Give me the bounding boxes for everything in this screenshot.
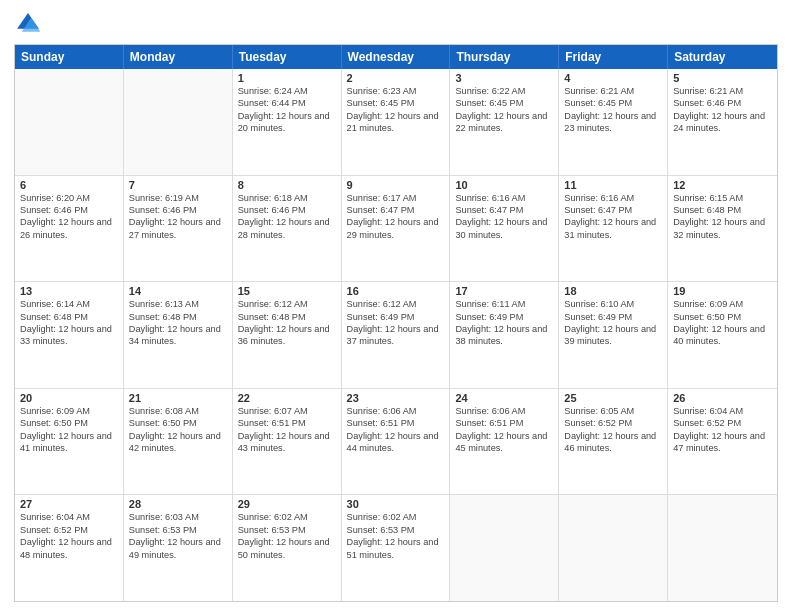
week-row-2: 6Sunrise: 6:20 AMSunset: 6:46 PMDaylight… [15, 175, 777, 282]
day-number: 11 [564, 179, 662, 191]
day-number: 22 [238, 392, 336, 404]
day-cell: 23Sunrise: 6:06 AMSunset: 6:51 PMDayligh… [342, 389, 451, 495]
day-cell: 27Sunrise: 6:04 AMSunset: 6:52 PMDayligh… [15, 495, 124, 601]
day-number: 26 [673, 392, 772, 404]
day-info: Sunrise: 6:06 AMSunset: 6:51 PMDaylight:… [455, 405, 553, 455]
day-info: Sunrise: 6:02 AMSunset: 6:53 PMDaylight:… [238, 511, 336, 561]
week-row-5: 27Sunrise: 6:04 AMSunset: 6:52 PMDayligh… [15, 494, 777, 601]
day-number: 5 [673, 72, 772, 84]
day-info: Sunrise: 6:21 AMSunset: 6:45 PMDaylight:… [564, 85, 662, 135]
week-row-4: 20Sunrise: 6:09 AMSunset: 6:50 PMDayligh… [15, 388, 777, 495]
day-cell: 2Sunrise: 6:23 AMSunset: 6:45 PMDaylight… [342, 69, 451, 175]
logo-icon [14, 10, 42, 38]
day-number: 2 [347, 72, 445, 84]
day-cell [668, 495, 777, 601]
day-cell: 16Sunrise: 6:12 AMSunset: 6:49 PMDayligh… [342, 282, 451, 388]
day-info: Sunrise: 6:06 AMSunset: 6:51 PMDaylight:… [347, 405, 445, 455]
day-info: Sunrise: 6:23 AMSunset: 6:45 PMDaylight:… [347, 85, 445, 135]
day-number: 9 [347, 179, 445, 191]
day-info: Sunrise: 6:05 AMSunset: 6:52 PMDaylight:… [564, 405, 662, 455]
day-header-wednesday: Wednesday [342, 45, 451, 69]
day-headers: SundayMondayTuesdayWednesdayThursdayFrid… [15, 45, 777, 69]
day-number: 19 [673, 285, 772, 297]
page-container: SundayMondayTuesdayWednesdayThursdayFrid… [0, 0, 792, 612]
day-header-sunday: Sunday [15, 45, 124, 69]
day-number: 12 [673, 179, 772, 191]
calendar: SundayMondayTuesdayWednesdayThursdayFrid… [14, 44, 778, 602]
day-header-monday: Monday [124, 45, 233, 69]
day-number: 1 [238, 72, 336, 84]
day-info: Sunrise: 6:18 AMSunset: 6:46 PMDaylight:… [238, 192, 336, 242]
day-cell: 10Sunrise: 6:16 AMSunset: 6:47 PMDayligh… [450, 176, 559, 282]
day-cell [559, 495, 668, 601]
day-number: 3 [455, 72, 553, 84]
day-info: Sunrise: 6:10 AMSunset: 6:49 PMDaylight:… [564, 298, 662, 348]
day-header-saturday: Saturday [668, 45, 777, 69]
day-info: Sunrise: 6:03 AMSunset: 6:53 PMDaylight:… [129, 511, 227, 561]
day-info: Sunrise: 6:20 AMSunset: 6:46 PMDaylight:… [20, 192, 118, 242]
day-number: 16 [347, 285, 445, 297]
day-cell: 11Sunrise: 6:16 AMSunset: 6:47 PMDayligh… [559, 176, 668, 282]
day-info: Sunrise: 6:13 AMSunset: 6:48 PMDaylight:… [129, 298, 227, 348]
day-cell: 12Sunrise: 6:15 AMSunset: 6:48 PMDayligh… [668, 176, 777, 282]
day-info: Sunrise: 6:16 AMSunset: 6:47 PMDaylight:… [455, 192, 553, 242]
day-info: Sunrise: 6:14 AMSunset: 6:48 PMDaylight:… [20, 298, 118, 348]
day-header-tuesday: Tuesday [233, 45, 342, 69]
day-number: 24 [455, 392, 553, 404]
day-number: 13 [20, 285, 118, 297]
day-number: 27 [20, 498, 118, 510]
day-cell: 9Sunrise: 6:17 AMSunset: 6:47 PMDaylight… [342, 176, 451, 282]
week-row-3: 13Sunrise: 6:14 AMSunset: 6:48 PMDayligh… [15, 281, 777, 388]
day-info: Sunrise: 6:21 AMSunset: 6:46 PMDaylight:… [673, 85, 772, 135]
day-header-friday: Friday [559, 45, 668, 69]
day-info: Sunrise: 6:19 AMSunset: 6:46 PMDaylight:… [129, 192, 227, 242]
day-info: Sunrise: 6:09 AMSunset: 6:50 PMDaylight:… [20, 405, 118, 455]
day-cell: 25Sunrise: 6:05 AMSunset: 6:52 PMDayligh… [559, 389, 668, 495]
day-number: 4 [564, 72, 662, 84]
day-info: Sunrise: 6:08 AMSunset: 6:50 PMDaylight:… [129, 405, 227, 455]
day-cell: 24Sunrise: 6:06 AMSunset: 6:51 PMDayligh… [450, 389, 559, 495]
day-header-thursday: Thursday [450, 45, 559, 69]
day-info: Sunrise: 6:16 AMSunset: 6:47 PMDaylight:… [564, 192, 662, 242]
day-number: 29 [238, 498, 336, 510]
day-number: 30 [347, 498, 445, 510]
day-cell: 3Sunrise: 6:22 AMSunset: 6:45 PMDaylight… [450, 69, 559, 175]
day-cell: 19Sunrise: 6:09 AMSunset: 6:50 PMDayligh… [668, 282, 777, 388]
day-cell: 21Sunrise: 6:08 AMSunset: 6:50 PMDayligh… [124, 389, 233, 495]
day-number: 28 [129, 498, 227, 510]
day-number: 18 [564, 285, 662, 297]
day-cell: 20Sunrise: 6:09 AMSunset: 6:50 PMDayligh… [15, 389, 124, 495]
day-number: 25 [564, 392, 662, 404]
day-cell: 1Sunrise: 6:24 AMSunset: 6:44 PMDaylight… [233, 69, 342, 175]
day-number: 23 [347, 392, 445, 404]
day-cell: 30Sunrise: 6:02 AMSunset: 6:53 PMDayligh… [342, 495, 451, 601]
day-info: Sunrise: 6:04 AMSunset: 6:52 PMDaylight:… [20, 511, 118, 561]
day-number: 20 [20, 392, 118, 404]
day-number: 21 [129, 392, 227, 404]
header [14, 10, 778, 38]
day-cell: 29Sunrise: 6:02 AMSunset: 6:53 PMDayligh… [233, 495, 342, 601]
day-info: Sunrise: 6:04 AMSunset: 6:52 PMDaylight:… [673, 405, 772, 455]
day-info: Sunrise: 6:09 AMSunset: 6:50 PMDaylight:… [673, 298, 772, 348]
day-number: 6 [20, 179, 118, 191]
day-info: Sunrise: 6:07 AMSunset: 6:51 PMDaylight:… [238, 405, 336, 455]
day-cell: 5Sunrise: 6:21 AMSunset: 6:46 PMDaylight… [668, 69, 777, 175]
day-info: Sunrise: 6:02 AMSunset: 6:53 PMDaylight:… [347, 511, 445, 561]
day-cell: 18Sunrise: 6:10 AMSunset: 6:49 PMDayligh… [559, 282, 668, 388]
week-row-1: 1Sunrise: 6:24 AMSunset: 6:44 PMDaylight… [15, 69, 777, 175]
day-cell [450, 495, 559, 601]
day-cell: 26Sunrise: 6:04 AMSunset: 6:52 PMDayligh… [668, 389, 777, 495]
day-number: 14 [129, 285, 227, 297]
day-cell: 6Sunrise: 6:20 AMSunset: 6:46 PMDaylight… [15, 176, 124, 282]
logo [14, 10, 46, 38]
day-info: Sunrise: 6:15 AMSunset: 6:48 PMDaylight:… [673, 192, 772, 242]
day-cell: 14Sunrise: 6:13 AMSunset: 6:48 PMDayligh… [124, 282, 233, 388]
day-cell: 28Sunrise: 6:03 AMSunset: 6:53 PMDayligh… [124, 495, 233, 601]
day-cell: 22Sunrise: 6:07 AMSunset: 6:51 PMDayligh… [233, 389, 342, 495]
day-info: Sunrise: 6:12 AMSunset: 6:49 PMDaylight:… [347, 298, 445, 348]
day-info: Sunrise: 6:12 AMSunset: 6:48 PMDaylight:… [238, 298, 336, 348]
day-cell: 13Sunrise: 6:14 AMSunset: 6:48 PMDayligh… [15, 282, 124, 388]
day-info: Sunrise: 6:24 AMSunset: 6:44 PMDaylight:… [238, 85, 336, 135]
day-number: 17 [455, 285, 553, 297]
day-cell [124, 69, 233, 175]
